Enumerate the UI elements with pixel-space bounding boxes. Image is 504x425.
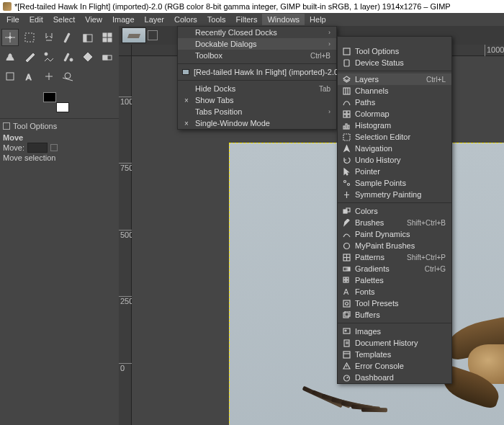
menu-item-toolbox[interactable]: ToolboxCtrl+B	[178, 50, 336, 61]
myp-icon	[342, 241, 351, 250]
ruler-v-tick: 750	[119, 163, 132, 172]
svg-rect-6	[108, 38, 112, 42]
menu-item-hide-docks[interactable]: Hide DocksTab	[178, 83, 336, 94]
menu-item-tool-options[interactable]: Tool Options	[338, 45, 451, 57]
menu-view[interactable]: View	[80, 14, 107, 25]
menu-item-fonts[interactable]: AFonts	[338, 286, 451, 298]
tool-move[interactable]	[1, 29, 19, 46]
menu-item-tabs-position[interactable]: Tabs Position›	[178, 106, 336, 117]
menu-item-palettes[interactable]: Palettes	[338, 274, 451, 286]
svg-rect-40	[346, 280, 348, 282]
menu-item-dashboard[interactable]: Dashboard	[338, 372, 451, 383]
move-mode-picker[interactable]	[27, 143, 48, 153]
tool-bucket[interactable]	[79, 29, 96, 46]
tool-zoom[interactable]	[60, 68, 77, 85]
svg-point-29	[347, 183, 349, 185]
menu-edit[interactable]: Edit	[24, 14, 48, 25]
tool-scissors[interactable]	[40, 29, 58, 46]
ruler-v-tick: 500	[119, 230, 132, 239]
svg-rect-38	[346, 277, 348, 279]
tool-paintbrush[interactable]	[60, 48, 77, 66]
menu-item-patterns[interactable]: PatternsShift+Ctrl+P	[338, 251, 451, 263]
menu-item-dockable-dialogs[interactable]: Dockable Dialogs›	[178, 38, 336, 50]
tool-gradient[interactable]	[99, 48, 116, 66]
menu-item-buffers[interactable]: Buffers	[338, 309, 451, 321]
menu-item-undo-history[interactable]: Undo History	[338, 154, 451, 166]
menu-windows[interactable]: Recently Closed Docks› Dockable Dialogs›…	[177, 26, 337, 130]
tool-options-panel: Move Move: Move selection	[0, 132, 119, 164]
image-tab-close-icon[interactable]	[148, 30, 158, 40]
menu-item-document-history[interactable]: Document History	[338, 337, 451, 349]
tmpl-icon	[342, 350, 351, 359]
ruler-v-tick: 0	[119, 363, 132, 372]
sym-icon	[342, 190, 351, 199]
menu-item-single-window-mode[interactable]: ×Single-Window Mode	[178, 117, 336, 129]
tool-color-picker[interactable]	[60, 29, 77, 46]
tool-pencil[interactable]	[21, 48, 38, 66]
menu-item-colors[interactable]: Colors	[338, 205, 451, 217]
menu-layer[interactable]: Layer	[140, 14, 170, 25]
menu-item-red-tailed-hawk-in-flight-imported[interactable]: [Red-tailed Hawk In Flight] (imported)-2…	[178, 66, 336, 78]
menu-item-histogram[interactable]: Histogram	[338, 120, 451, 131]
menubar[interactable]: FileEditSelectViewImageLayerColorsToolsF…	[0, 13, 504, 26]
menu-item-recently-closed-docks[interactable]: Recently Closed Docks›	[178, 27, 336, 38]
samp-icon	[342, 179, 351, 187]
ruler-vertical[interactable]: 10007505002500	[119, 56, 132, 425]
svg-rect-15	[343, 48, 350, 55]
menu-item-layers[interactable]: LayersCtrl+L	[338, 73, 451, 85]
bg-color-swatch[interactable]	[56, 102, 69, 112]
tool-text[interactable]: A	[21, 68, 38, 85]
menu-item-brushes[interactable]: BrushesShift+Ctrl+B	[338, 217, 451, 228]
menu-item-templates[interactable]: Templates	[338, 349, 451, 360]
menu-select[interactable]: Select	[48, 14, 81, 25]
menu-item-colormap[interactable]: Colormap	[338, 108, 451, 120]
tool-smudge[interactable]	[1, 48, 19, 66]
menu-item-device-status[interactable]: Device Status	[338, 57, 451, 68]
fg-color-swatch[interactable]	[43, 92, 56, 102]
menu-item-channels[interactable]: Channels	[338, 85, 451, 97]
tool-rect-select[interactable]	[21, 29, 38, 46]
menu-windows[interactable]: Windows	[262, 14, 305, 25]
tool-eraser[interactable]	[79, 48, 96, 66]
color-swatches[interactable]	[43, 92, 69, 112]
menu-tools[interactable]: Tools	[202, 14, 231, 25]
menu-item-navigation[interactable]: Navigation	[338, 143, 451, 154]
svg-text:A: A	[343, 288, 349, 296]
menu-item-error-console[interactable]: Error Console	[338, 360, 451, 372]
svg-rect-23	[347, 115, 350, 117]
grad-icon	[342, 264, 351, 273]
ruler-h-tick: 1000	[485, 45, 504, 56]
menu-dockable-dialogs[interactable]: Tool OptionsDevice StatusLayersCtrl+LCha…	[337, 36, 452, 384]
colors-icon	[342, 207, 351, 215]
move-label: Move:	[3, 143, 24, 152]
menu-item-sample-points[interactable]: Sample Points	[338, 177, 451, 189]
menu-item-gradients[interactable]: GradientsCtrl+G	[338, 263, 451, 274]
tool-crop[interactable]	[1, 68, 19, 85]
menu-item-images[interactable]: Images	[338, 326, 451, 337]
svg-rect-45	[345, 311, 350, 316]
menu-item-mypaint-brushes[interactable]: MyPaint Brushes	[338, 240, 451, 251]
menu-item-symmetry-painting[interactable]: Symmetry Painting	[338, 189, 451, 200]
dash-icon	[342, 373, 351, 382]
menu-image[interactable]: Image	[107, 14, 140, 25]
menu-item-show-tabs[interactable]: ×Show Tabs	[178, 94, 336, 106]
menu-item-paint-dynamics[interactable]: Paint Dynamics	[338, 228, 451, 240]
tool-align[interactable]	[40, 68, 58, 85]
menu-file[interactable]: File	[1, 14, 24, 25]
menu-item-tool-presets[interactable]: Tool Presets	[338, 298, 451, 309]
brush-icon	[342, 218, 351, 227]
ruler-corner	[119, 45, 132, 56]
tool-options-tab[interactable]: Tool Options	[0, 120, 119, 132]
svg-point-8	[70, 58, 73, 61]
image-tab-thumb[interactable]	[122, 27, 146, 43]
menu-help[interactable]: Help	[305, 14, 331, 25]
move-mode-dropdown-icon[interactable]	[50, 144, 58, 151]
menu-item-pointer[interactable]: Pointer	[338, 166, 451, 177]
menu-filters[interactable]: Filters	[231, 14, 263, 25]
menu-item-selection-editor[interactable]: Selection Editor	[338, 131, 451, 143]
tool-transform[interactable]	[99, 29, 116, 46]
menu-colors[interactable]: Colors	[169, 14, 202, 25]
svg-rect-2	[84, 35, 86, 42]
menu-item-paths[interactable]: Paths	[338, 97, 451, 108]
tool-heal[interactable]	[40, 48, 58, 66]
